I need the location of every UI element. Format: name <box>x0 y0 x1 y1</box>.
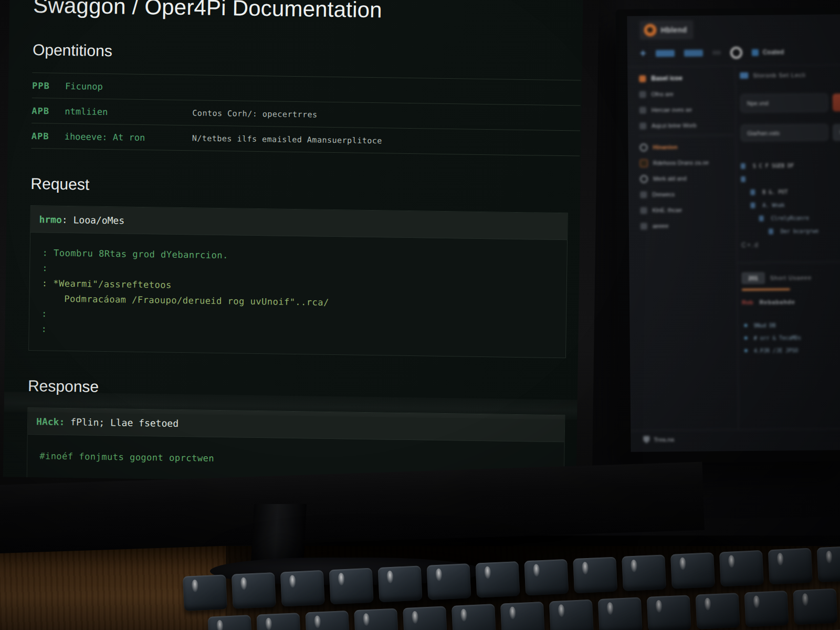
url-input[interactable]: Npe.vnd <box>740 93 828 112</box>
sidebar-item-label: Basel icoe <box>651 75 682 82</box>
keyboard-key <box>354 608 398 630</box>
operation-desc: N/tetbes ilfs emaisled Amansuerplitoce <box>192 133 580 148</box>
toolbar-button[interactable] <box>656 50 675 57</box>
shield-icon <box>643 436 649 443</box>
request-tab-label: Storsnb Set Lecli <box>753 72 805 79</box>
record-icon[interactable] <box>730 46 742 58</box>
sidebar-item[interactable]: Hercae oves ae <box>639 101 734 118</box>
keyboard-key <box>670 552 715 589</box>
code-text: S C F SGEB DF <box>753 163 794 169</box>
keyboard-key <box>622 554 666 591</box>
sidebar-item[interactable]: aeeee <box>640 217 735 234</box>
sidebar-item-label: Hercae oves ae <box>652 107 692 113</box>
keyboard-key <box>744 591 789 627</box>
method-select[interactable]: GET <box>833 123 840 140</box>
path-bar: Gia/han.vats GET <box>740 123 840 142</box>
response-header-value: Rebabahde <box>759 299 795 306</box>
keyboard-key <box>208 615 253 630</box>
app-logo-box[interactable]: Hblend <box>639 20 693 40</box>
request-panel: Storsnb Set Lecli Npe.vnd Gia/han.vats G… <box>740 69 840 357</box>
keyboard-key <box>256 613 301 630</box>
code-text: B &. POT <box>762 189 788 195</box>
operations-heading: Opentitions <box>33 41 581 67</box>
keyboard-key <box>500 602 545 630</box>
sidebar-item-label: KlnE. thcae <box>653 207 682 213</box>
code-closing-braces: C+.d <box>741 240 840 249</box>
bullet-icon <box>744 324 747 327</box>
api-client-window: Hblend + Coated Basel <box>627 14 840 452</box>
status-text: Trea.na <box>654 436 674 443</box>
method-badge: APB <box>32 106 65 117</box>
code-row: S C F SGEB DF <box>741 159 840 173</box>
keyboard-key <box>768 548 813 585</box>
keyboard-key <box>719 550 764 587</box>
response-line-text: 9Nud DB <box>753 322 775 328</box>
keyboard-key <box>232 572 276 609</box>
code-row: A. Wnak <box>741 198 840 212</box>
desk-scene: Swaggon / Oper4Pi Documentation Opentiti… <box>0 0 840 630</box>
line-number <box>750 190 755 195</box>
operation-path: Ficunop <box>65 81 193 93</box>
status-bar: Trea.na <box>643 436 674 444</box>
sidebar-item-label: Drewecs <box>652 191 675 197</box>
sidebar-item[interactable]: Asjczi brine Worb <box>639 117 734 134</box>
status-code-badge: 201 <box>742 272 765 284</box>
method-badge: APB <box>32 131 65 142</box>
keyboard-key <box>573 557 617 594</box>
keyboard-key <box>598 597 643 630</box>
right-monitor: Hblend + Coated Basel <box>615 7 840 463</box>
environment-icon[interactable] <box>752 49 759 56</box>
method-badge: PPB <box>32 80 65 91</box>
operation-path: ihoeeve: At ron <box>65 131 192 143</box>
request-icon <box>640 175 648 183</box>
url-bar: Npe.vnd <box>740 93 840 113</box>
send-button[interactable] <box>833 93 840 111</box>
line-number <box>759 216 764 222</box>
app-logo-icon <box>644 24 656 36</box>
new-tab-icon[interactable]: + <box>640 48 646 58</box>
operation-desc: Contos Corh/: opecertrres <box>192 108 580 123</box>
sidebar-item[interactable]: KlnE. thcae <box>640 202 734 218</box>
operation-path: ntmliien <box>65 106 192 118</box>
bullet-icon <box>744 349 748 352</box>
code-text: A. Wnak <box>762 202 784 208</box>
response-line: 9Nud DB <box>742 318 840 332</box>
keyboard-key <box>549 600 594 630</box>
response-status-text: fPlin; Llae fsetoed <box>65 416 178 429</box>
left-monitor: Swaggon / Oper4Pi Documentation Opentiti… <box>0 0 600 523</box>
request-code-block: hrmo: Looa/oMes : Toombru 8Rtas grod dYe… <box>28 205 568 358</box>
keyboard-key <box>305 611 350 630</box>
request-heading: Request <box>30 175 579 201</box>
folder-icon <box>640 207 647 214</box>
request-icon <box>640 159 648 167</box>
keyboard-key <box>280 570 325 607</box>
sidebar-item[interactable]: Drewecs <box>640 186 734 203</box>
response-line-text: # orr & TecaMDs <box>754 334 801 341</box>
sidebar-item[interactable]: Ofns are <box>639 86 734 102</box>
sidebar-item-active[interactable]: Hinanion <box>639 139 734 155</box>
path-input[interactable]: Gia/han.vats <box>740 123 828 141</box>
code-row: Der bcargrwe <box>741 224 840 238</box>
request-body-editor[interactable]: S C F SGEB DF B &. POT A. Wnak <box>741 159 840 249</box>
code-text: Der bcargrwe <box>781 228 818 235</box>
response-line-text: 4.PJR /JE JPSO <box>754 347 798 353</box>
sidebar-item-label: Hinanion <box>653 144 677 150</box>
code-row: B &. POT <box>741 185 840 199</box>
line-number <box>741 163 746 169</box>
response-status-tab[interactable]: 201 Short Usaeee <box>742 271 840 284</box>
divider <box>735 66 739 429</box>
operations-table: PPB Ficunop APB ntmliien Contos Corh/: o… <box>31 72 581 156</box>
keyboard-key <box>817 545 840 582</box>
sidebar-item[interactable]: Rdehoos Drans za.oe <box>640 154 734 171</box>
sidebar-item[interactable]: Merk ald and <box>640 170 734 187</box>
request-tab[interactable]: Storsnb Set Lecli <box>740 69 840 81</box>
bullet-icon <box>744 337 748 340</box>
method-tag-icon <box>740 72 748 79</box>
request-icon <box>639 143 647 151</box>
sidebar-item[interactable]: Basel icoe <box>639 70 733 87</box>
toolbar-button[interactable] <box>684 49 703 56</box>
collection-icon <box>639 75 646 82</box>
left-screen: Swaggon / Oper4Pi Documentation Opentiti… <box>3 0 584 485</box>
page-title: Swaggon / Oper4Pi Documentation <box>33 0 582 25</box>
divider <box>631 428 840 431</box>
